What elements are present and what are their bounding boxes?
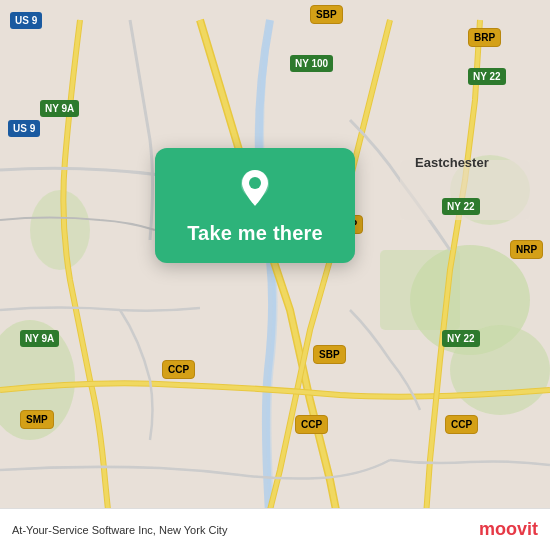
- highway-badge-ccp-mid: CCP: [295, 415, 328, 434]
- highway-badge-ny22-top: NY 22: [468, 68, 506, 85]
- highway-badge-ny9a-bot: NY 9A: [20, 330, 59, 347]
- highway-badge-smp: SMP: [20, 410, 54, 429]
- location-pin-icon: [233, 166, 277, 210]
- take-me-card[interactable]: Take me there: [155, 148, 355, 263]
- highway-badge-brp-top: BRP: [468, 28, 501, 47]
- take-me-button-label: Take me there: [187, 222, 323, 245]
- eastchester-label: Eastchester: [415, 155, 489, 170]
- highway-badge-ny22-bot: NY 22: [442, 330, 480, 347]
- highway-badge-ny22-mid: NY 22: [442, 198, 480, 215]
- highway-badge-nrp: NRP: [510, 240, 543, 259]
- highway-badge-sbp-bot1: SBP: [313, 345, 346, 364]
- location-label: At-Your-Service Software Inc, New York C…: [12, 524, 227, 536]
- highway-badge-ny100: NY 100: [290, 55, 333, 72]
- highway-badge-ccp-left: CCP: [162, 360, 195, 379]
- highway-badge-sbp-top: SBP: [310, 5, 343, 24]
- highway-badge-ccp-right: CCP: [445, 415, 478, 434]
- highway-badge-us9-mid: US 9: [8, 120, 40, 137]
- highway-badge-ny9a-top: NY 9A: [40, 100, 79, 117]
- svg-point-9: [249, 177, 261, 189]
- svg-point-5: [30, 190, 90, 270]
- highway-badge-us9-top: US 9: [10, 12, 42, 29]
- moovit-logo-area: moovit: [479, 519, 538, 540]
- moovit-text: moovit: [479, 519, 538, 539]
- map-container: Eastchester US 9SBPBRPNY 100NY 22US 9NY …: [0, 0, 550, 550]
